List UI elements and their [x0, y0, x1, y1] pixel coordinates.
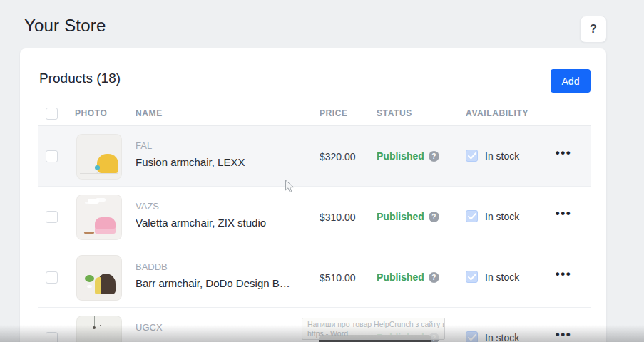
availability-label: In stock — [485, 332, 519, 342]
check-icon — [468, 152, 476, 160]
column-header-photo: PHOTO — [75, 108, 107, 118]
status-badge: Published — [377, 211, 424, 222]
check-icon — [468, 334, 476, 341]
product-price: $510.00 — [320, 272, 356, 284]
availability-label: In stock — [485, 150, 519, 162]
mouse-cursor-icon — [285, 180, 295, 194]
status-cell: Published ? — [377, 271, 439, 283]
availability-label: In stock — [485, 211, 519, 222]
in-stock-checkbox[interactable] — [466, 150, 478, 162]
row-menu-button[interactable]: ••• — [549, 328, 578, 342]
helpcrunch-tooltip: Напиши про товар HelpCrunch з сайту виро… — [302, 318, 445, 340]
product-photo — [76, 134, 122, 180]
status-badge: Published — [377, 150, 424, 162]
product-row[interactable]: FAL Fusion armchair, LEXX $320.00 Publis… — [38, 126, 591, 187]
availability-cell: In stock — [466, 271, 519, 283]
panel-title: Products (18) — [39, 71, 121, 86]
in-stock-checkbox[interactable] — [466, 210, 478, 222]
panel-header: Products (18) Add — [20, 48, 606, 103]
page-title: Your Store — [24, 16, 106, 36]
in-stock-checkbox[interactable] — [466, 271, 478, 283]
in-stock-checkbox[interactable] — [466, 331, 478, 342]
product-price: $320.00 — [320, 151, 356, 162]
product-sku: UGCX — [136, 322, 163, 333]
tooltip-line-2: https - Word — [307, 329, 439, 338]
product-row[interactable]: VAZS Valetta armchair, ZIX studio $310.0… — [38, 187, 591, 247]
row-select-checkbox[interactable] — [46, 271, 58, 284]
table-body: FAL Fusion armchair, LEXX $320.00 Publis… — [38, 126, 591, 342]
tooltip-line-1: Напиши про товар HelpCrunch з сайту виро… — [307, 320, 439, 329]
check-icon — [468, 274, 476, 281]
help-button[interactable]: ? — [580, 16, 607, 43]
column-header-name: NAME — [136, 108, 163, 118]
status-help-icon[interactable]: ? — [429, 151, 439, 162]
column-header-price: PRICE — [320, 108, 348, 118]
product-row[interactable]: BADDB Barr armchair, DoDo Design B… $510… — [38, 247, 591, 308]
add-product-button[interactable]: Add — [551, 69, 591, 93]
status-help-icon[interactable]: ? — [429, 272, 439, 283]
row-menu-button[interactable]: ••• — [549, 267, 578, 281]
product-name: Barr armchair, DoDo Design B… — [136, 277, 290, 289]
status-cell: Published ? — [377, 150, 439, 162]
product-sku: BADDB — [136, 261, 168, 272]
status-cell: Published ? — [377, 211, 439, 222]
availability-cell: In stock — [466, 331, 519, 342]
column-header-availability: AVAILABILITY — [466, 108, 528, 118]
status-badge: Published — [377, 271, 424, 283]
product-name: Valetta armchair, ZIX studio — [136, 217, 266, 229]
column-header-status: STATUS — [377, 108, 412, 118]
select-all-checkbox[interactable] — [46, 108, 58, 120]
product-price: $310.00 — [320, 212, 356, 223]
table-header-row: PHOTO NAME PRICE STATUS AVAILABILITY — [38, 103, 591, 126]
product-sku: VAZS — [136, 201, 159, 212]
products-table: PHOTO NAME PRICE STATUS AVAILABILITY FAL… — [38, 103, 591, 342]
availability-label: In stock — [485, 271, 519, 283]
status-help-icon[interactable]: ? — [429, 212, 439, 222]
row-select-checkbox[interactable] — [46, 211, 58, 223]
row-select-checkbox[interactable] — [46, 150, 58, 162]
availability-cell: In stock — [466, 150, 519, 162]
product-photo — [76, 316, 122, 342]
product-photo — [76, 255, 122, 301]
product-photo — [76, 195, 122, 240]
product-sku: FAL — [136, 140, 152, 151]
row-menu-button[interactable]: ••• — [549, 207, 578, 221]
row-menu-button[interactable]: ••• — [549, 146, 578, 160]
availability-cell: In stock — [466, 210, 519, 222]
check-icon — [468, 213, 476, 220]
product-name: Fusion armchair, LEXX — [136, 156, 245, 168]
products-panel: Products (18) Add PHOTO NAME PRICE STATU… — [20, 48, 606, 342]
row-select-checkbox[interactable] — [46, 332, 58, 342]
